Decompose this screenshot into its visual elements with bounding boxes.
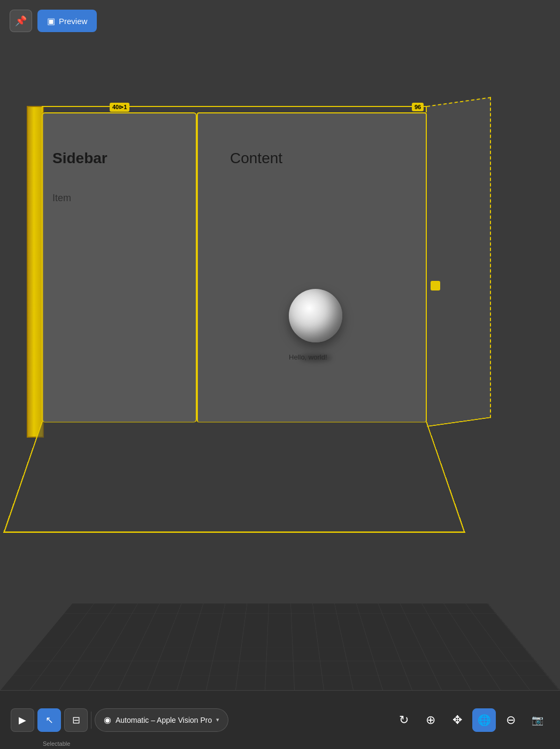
layers-button[interactable]: ⊟ [64, 708, 88, 732]
bottom-toolbar: ▶ ↖ ⊟ ◉ Automatic – Apple Vision Pro ▾ ↻… [0, 690, 560, 749]
preview-icon: ▣ [47, 16, 55, 26]
content-text-label: Content [230, 150, 282, 167]
hello-world-label: Hello, world! [289, 353, 327, 361]
right-side-panel [427, 97, 491, 427]
3d-sphere [289, 289, 342, 342]
dimension-label-left: 40⊳1 [110, 103, 129, 112]
add-button[interactable]: ⊕ [419, 708, 442, 732]
orbit-button[interactable]: 🌐 [472, 708, 496, 732]
sidebar-text-label: Sidebar [52, 150, 108, 167]
canvas-area: 40⊳1 96 Sidebar Item Content Hello, worl… [0, 0, 560, 690]
chevron-down-icon: ▾ [216, 716, 219, 723]
floor-panel [3, 422, 465, 533]
vr-icon: ◉ [104, 715, 111, 725]
pan-icon: ✥ [452, 713, 462, 727]
camera-button[interactable]: 📷 [526, 708, 549, 732]
cursor-icon: ↖ [45, 714, 53, 726]
3d-scene: 40⊳1 96 Sidebar Item Content Hello, worl… [27, 64, 544, 658]
box-top-border [42, 106, 427, 112]
right-resize-handle[interactable] [431, 281, 440, 291]
play-icon: ▶ [19, 714, 26, 726]
device-selector[interactable]: ◉ Automatic – Apple Vision Pro ▾ [95, 708, 228, 732]
preview-label: Preview [59, 17, 87, 26]
layers-icon: ⊟ [72, 714, 80, 726]
item-text-label: Item [52, 193, 71, 204]
device-label: Automatic – Apple Vision Pro [116, 716, 212, 724]
pin-icon: 📌 [15, 15, 27, 27]
zoom-button[interactable]: ⊖ [499, 708, 523, 732]
preview-button[interactable]: ▣ Preview [37, 10, 97, 32]
rotate-icon: ↻ [399, 713, 409, 727]
pin-button[interactable]: 📌 [10, 10, 32, 32]
rotate-button[interactable]: ↻ [392, 708, 416, 732]
play-button[interactable]: ▶ [11, 708, 34, 732]
pan-button[interactable]: ✥ [446, 708, 469, 732]
add-icon: ⊕ [426, 713, 435, 727]
camera-icon: 📷 [532, 714, 543, 726]
separator-1 [91, 712, 91, 729]
bottom-selectable-label: Selectable [43, 740, 70, 749]
cursor-button[interactable]: ↖ [37, 708, 61, 732]
dimension-label-right: 96 [412, 103, 424, 111]
zoom-icon: ⊖ [506, 713, 516, 727]
top-bar: 📌 ▣ Preview [10, 10, 97, 32]
globe-icon: 🌐 [478, 714, 491, 727]
